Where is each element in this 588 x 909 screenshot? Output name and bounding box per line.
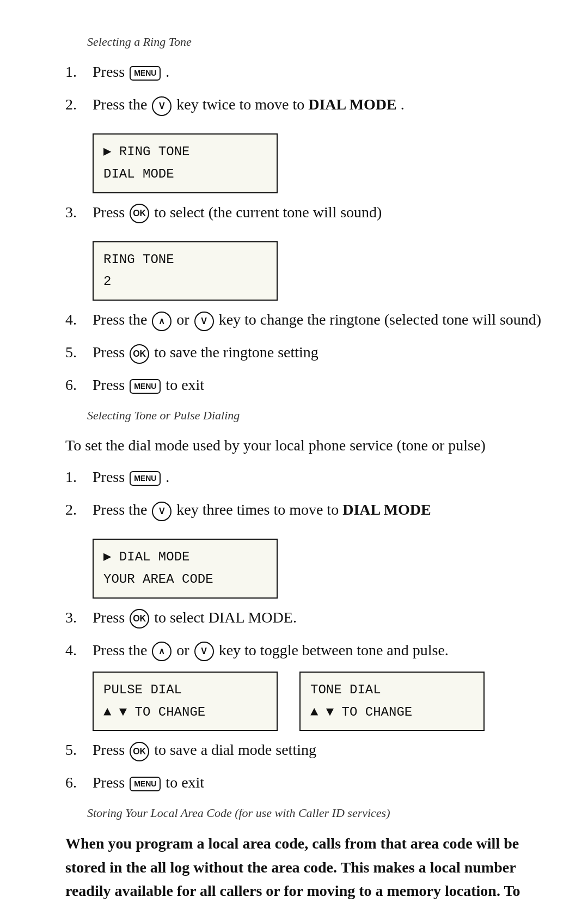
step-rt-2: 2. Press the V key twice to move to DIAL… <box>65 93 544 116</box>
lcd-ring-tone-1: ▶ RING TONE DIAL MODE <box>93 133 278 193</box>
tone-pulse-intro: To set the dial mode used by your local … <box>65 434 544 457</box>
step-num-tp-5: 5. <box>65 739 93 761</box>
step-tp-2: 2. Press the V key three times to move t… <box>65 498 544 521</box>
step-num-rt-5: 5. <box>65 341 93 364</box>
step-num-tp-2: 2. <box>65 498 93 521</box>
up-btn-tp4[interactable]: ∧ <box>152 642 171 661</box>
two-lcd-row: PULSE DIAL ▲ ▼ TO CHANGE TONE DIAL ▲ ▼ T… <box>93 672 544 731</box>
step-text-tp-2: Press the V key three times to move to D… <box>93 498 544 521</box>
step-tp-1: 1. Press MENU . <box>65 466 544 489</box>
section-area-code: Storing Your Local Area Code (for use wi… <box>65 804 544 909</box>
lcd-line2: DIAL MODE <box>103 163 267 186</box>
step-text-tp-4: Press the ∧ or V key to toggle between t… <box>93 639 544 662</box>
down-btn-tp4[interactable]: V <box>194 642 214 661</box>
lcd-td-line2: ▲ ▼ TO CHANGE <box>310 701 474 724</box>
v-btn-tp2[interactable]: V <box>152 502 171 521</box>
lcd-tone-dial: TONE DIAL ▲ ▼ TO CHANGE <box>299 672 485 731</box>
lcd-dial-mode: ▶ DIAL MODE YOUR AREA CODE <box>93 539 278 599</box>
area-code-intro: When you program a local area code, call… <box>65 832 544 909</box>
step-num-tp-6: 6. <box>65 771 93 794</box>
menu-btn-rt1[interactable]: MENU <box>130 66 161 81</box>
lcd-rt2-line2: 2 <box>103 271 267 293</box>
area-code-heading: Storing Your Local Area Code (for use wi… <box>87 804 544 822</box>
step-num-rt-4: 4. <box>65 308 93 331</box>
tone-pulse-heading: Selecting Tone or Pulse Dialing <box>87 406 544 424</box>
step-num-rt-6: 6. <box>65 374 93 396</box>
ok-btn-rt3[interactable]: OK <box>130 204 149 223</box>
step-text-rt-6: Press MENU to exit <box>93 374 544 396</box>
step-rt-3: 3. Press OK to select (the current tone … <box>65 201 544 224</box>
step-tp-3: 3. Press OK to select DIAL MODE. <box>65 606 544 629</box>
ring-tone-heading: Selecting a Ring Tone <box>87 33 544 51</box>
lcd-td-line1: TONE DIAL <box>310 679 474 701</box>
step-num-rt-2: 2. <box>65 93 93 116</box>
lcd-line1: ▶ RING TONE <box>103 141 267 163</box>
section-ring-tone: Selecting a Ring Tone 1. Press MENU . 2.… <box>65 33 544 396</box>
step-text-tp-6: Press MENU to exit <box>93 771 544 794</box>
step-text-rt-4: Press the ∧ or V key to change the ringt… <box>93 308 544 331</box>
down-btn-rt4[interactable]: V <box>194 312 214 331</box>
step-text-tp-5: Press OK to save a dial mode setting <box>93 739 544 761</box>
step-text-tp-1: Press MENU . <box>93 466 544 489</box>
step-rt-1: 1. Press MENU . <box>65 60 544 83</box>
lcd-dm-line1: ▶ DIAL MODE <box>103 546 267 569</box>
v-btn-rt2[interactable]: V <box>152 96 171 116</box>
ok-btn-tp5[interactable]: OK <box>130 742 149 761</box>
step-tp-6: 6. Press MENU to exit <box>65 771 544 794</box>
step-num-tp-4: 4. <box>65 639 93 662</box>
menu-btn-tp1[interactable]: MENU <box>130 471 161 486</box>
ok-btn-tp3[interactable]: OK <box>130 609 149 629</box>
step-rt-5: 5. Press OK to save the ringtone setting <box>65 341 544 364</box>
step-num-rt-3: 3. <box>65 201 93 224</box>
lcd-pd-line2: ▲ ▼ TO CHANGE <box>103 701 267 724</box>
step-text-rt-5: Press OK to save the ringtone setting <box>93 341 544 364</box>
lcd-pd-line1: PULSE DIAL <box>103 679 267 701</box>
step-rt-6: 6. Press MENU to exit <box>65 374 544 396</box>
step-rt-4: 4. Press the ∧ or V key to change the ri… <box>65 308 544 331</box>
menu-btn-tp6[interactable]: MENU <box>130 777 161 791</box>
step-text-rt-2: Press the V key twice to move to DIAL MO… <box>93 93 544 116</box>
step-text-tp-3: Press OK to select DIAL MODE. <box>93 606 544 629</box>
section-tone-pulse: Selecting Tone or Pulse Dialing To set t… <box>65 406 544 794</box>
step-tp-5: 5. Press OK to save a dial mode setting <box>65 739 544 761</box>
up-btn-rt4[interactable]: ∧ <box>152 312 171 331</box>
step-num-rt-1: 1. <box>65 60 93 83</box>
menu-btn-rt6[interactable]: MENU <box>130 379 161 394</box>
step-tp-4: 4. Press the ∧ or V key to toggle betwee… <box>65 639 544 662</box>
ok-btn-rt5[interactable]: OK <box>130 344 149 364</box>
step-text-rt-3: Press OK to select (the current tone wil… <box>93 201 544 224</box>
lcd-rt2-line1: RING TONE <box>103 249 267 271</box>
step-num-tp-3: 3. <box>65 606 93 629</box>
step-num-tp-1: 1. <box>65 466 93 489</box>
lcd-pulse-dial: PULSE DIAL ▲ ▼ TO CHANGE <box>93 672 278 731</box>
lcd-dm-line2: YOUR AREA CODE <box>103 569 267 591</box>
lcd-ring-tone-2: RING TONE 2 <box>93 241 278 301</box>
step-text-rt-1: Press MENU . <box>93 60 544 83</box>
